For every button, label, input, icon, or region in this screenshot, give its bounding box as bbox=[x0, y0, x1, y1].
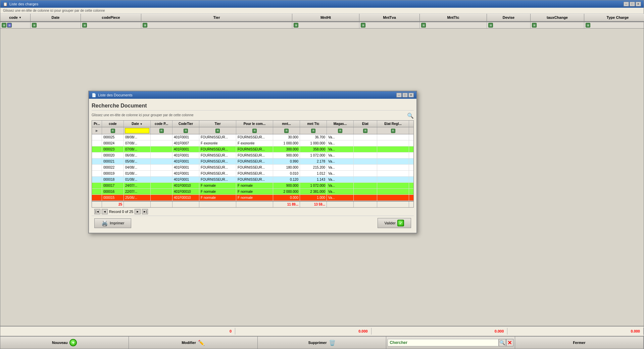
col-header-mntttc[interactable]: MntTtc bbox=[420, 14, 487, 21]
col-header-tauxchange[interactable]: tauxChange bbox=[531, 14, 584, 21]
col-tauxchange-label: tauxChange bbox=[547, 15, 568, 19]
dialog-col-magas[interactable]: Magas... bbox=[327, 121, 354, 127]
supprimer-button[interactable]: Supprimer 🗑️ bbox=[258, 337, 386, 349]
modifier-button[interactable]: Modifier ✏️ bbox=[129, 337, 257, 349]
dialog-table-row[interactable]: 00002407/08/...401F0007F exonoréeF exono… bbox=[92, 140, 413, 146]
dialog-table-row[interactable]: 00001622/07/...401F00010F normaleF norma… bbox=[92, 189, 413, 195]
fermer-button[interactable]: Fermer bbox=[515, 337, 644, 349]
total-mntttc: 13 59... bbox=[300, 202, 327, 207]
dialog-col-date[interactable]: Date ▼ bbox=[124, 121, 151, 127]
close-button[interactable]: ✕ bbox=[636, 2, 641, 6]
dialog-search-icon[interactable]: 🔍 bbox=[407, 113, 414, 119]
filter-icon-date[interactable]: ⊞ bbox=[32, 23, 37, 28]
status-value4: 0.000 bbox=[507, 328, 644, 335]
dialog-table-cell: FOURNISSEUR... bbox=[236, 171, 273, 176]
col-header-tier[interactable]: Tier bbox=[141, 14, 292, 21]
dialog-col-mnt[interactable]: mnt... bbox=[273, 121, 300, 127]
dialog-table-cell bbox=[354, 159, 377, 164]
filter-icon-devise[interactable]: ⊞ bbox=[488, 23, 493, 28]
filter-sm-etat[interactable]: ⊞ bbox=[363, 129, 367, 133]
maximize-button[interactable]: □ bbox=[630, 2, 635, 6]
filter-icon-mntttc[interactable]: ⊞ bbox=[421, 23, 426, 28]
nav-next-button[interactable]: ► bbox=[135, 209, 141, 214]
filter-sm-etatregl[interactable]: ⊞ bbox=[391, 129, 395, 133]
filter-expand-code[interactable]: ⊞ bbox=[7, 23, 12, 28]
dialog-table-cell bbox=[151, 195, 172, 201]
dialog-table-cell: FOURNISSEUR... bbox=[236, 177, 273, 182]
dialog-table-cell bbox=[409, 171, 413, 176]
nouveau-button[interactable]: Nouveau + bbox=[0, 337, 129, 349]
dialog-maximize-button[interactable]: □ bbox=[402, 93, 408, 97]
dialog-col-codetier[interactable]: CodeTier bbox=[172, 121, 199, 127]
filter-icon-tauxchange[interactable]: ⊞ bbox=[532, 23, 537, 28]
valider-button[interactable]: Valider ✓ bbox=[378, 218, 411, 228]
dialog-table-row[interactable]: 00002307/08/...401F0001FOURNISSEUR...FOU… bbox=[92, 146, 413, 152]
dialog-col-code[interactable]: code bbox=[102, 121, 124, 127]
filter-sm-pourlecom[interactable]: ⊞ bbox=[252, 129, 257, 133]
dialog-table-cell: 401F0007 bbox=[172, 140, 199, 146]
col-header-mnttva[interactable]: MntTva bbox=[359, 14, 420, 21]
filter-sm-mnt[interactable]: ⊞ bbox=[284, 129, 289, 133]
chercher-input[interactable] bbox=[388, 339, 498, 346]
chercher-search-button[interactable]: 🔍 bbox=[499, 339, 506, 346]
filter-yellow-date[interactable] bbox=[125, 128, 149, 133]
col-header-codepiece[interactable]: codePiece bbox=[81, 14, 141, 21]
col-header-typecharge[interactable]: Type Charge bbox=[584, 14, 644, 21]
dialog-table-cell: 0.990 bbox=[273, 159, 300, 164]
dialog-table-row[interactable]: 00001525/06/...401F00010F normaleF norma… bbox=[92, 195, 413, 201]
col-header-code[interactable]: code ▼ bbox=[0, 14, 31, 21]
filter-icon-mntht[interactable]: ⊞ bbox=[294, 23, 298, 28]
nav-prev-button[interactable]: ◄ bbox=[102, 209, 108, 214]
chercher-section: 🔍 ✕ bbox=[386, 337, 515, 349]
col-header-devise[interactable]: Devise bbox=[487, 14, 531, 21]
dialog-close-button[interactable]: ✕ bbox=[408, 93, 414, 97]
dialog-col-etatregl[interactable]: Etat Regl... bbox=[377, 121, 409, 127]
filter-sm-code[interactable]: ⊞ bbox=[111, 129, 115, 133]
dialog-col-mntttc[interactable]: mnt Ttc bbox=[300, 121, 327, 127]
minimize-button[interactable]: ─ bbox=[624, 2, 629, 6]
filter-sm-magas[interactable]: ⊞ bbox=[338, 129, 342, 133]
dialog-table-row[interactable]: 00001901/08/...401F0001FOURNISSEUR...FOU… bbox=[92, 171, 413, 177]
dialog-table-cell bbox=[354, 171, 377, 176]
dialog-col-pr[interactable]: Pr... bbox=[92, 121, 102, 127]
dialog-table-cell bbox=[92, 183, 102, 188]
dialog-table-cell: 401F0001 bbox=[172, 152, 199, 158]
col-header-mntht[interactable]: MntHt bbox=[292, 14, 359, 21]
filter-icon-code[interactable]: ⊞ bbox=[2, 23, 6, 28]
status-value3: 0.000 bbox=[371, 328, 508, 335]
filter-icon-mnttva[interactable]: ⊞ bbox=[361, 23, 365, 28]
dialog-col-livrea[interactable]: livré à bbox=[409, 121, 414, 127]
dialog-table-cell: 000024 bbox=[102, 140, 124, 146]
dialog-col-codep[interactable]: code P... bbox=[151, 121, 172, 127]
chercher-clear-button[interactable]: ✕ bbox=[506, 339, 513, 346]
filter-sm-tier[interactable]: ⊞ bbox=[215, 129, 220, 133]
dialog-table-row[interactable]: 00002508/08/...401F0001FOURNISSEUR...FOU… bbox=[92, 134, 413, 140]
dialog-table-row[interactable]: 00002105/08/...401F0001FOURNISSEUR...FOU… bbox=[92, 159, 413, 165]
dialog-minimize-button[interactable]: ─ bbox=[396, 93, 402, 97]
dialog-table-row[interactable]: 00001801/08/...401F0001FOURNISSEUR...FOU… bbox=[92, 177, 413, 183]
col-header-date[interactable]: Date bbox=[31, 14, 81, 21]
dialog-table-cell: F normale bbox=[236, 195, 273, 201]
dialog-filter-tier: ⊞ bbox=[199, 127, 236, 134]
filter-sm-mntttc[interactable]: ⊞ bbox=[311, 129, 315, 133]
filter-sm-codetier[interactable]: ⊞ bbox=[184, 129, 188, 133]
dialog-table-cell: Va... bbox=[327, 159, 354, 164]
filter-icon-codepiece[interactable]: ⊞ bbox=[82, 23, 87, 28]
nav-last-button[interactable]: ►| bbox=[142, 209, 148, 214]
col-codepiece-label: codePiece bbox=[102, 15, 120, 19]
dialog-table-row[interactable]: 00002006/08/...401F0001FOURNISSEUR...FOU… bbox=[92, 152, 413, 159]
filter-icon-tier[interactable]: ⊞ bbox=[143, 23, 147, 28]
dialog-table-row[interactable]: 00001724/07/...401F00010F normaleF norma… bbox=[92, 183, 413, 189]
dialog-col-pourlecom[interactable]: Pour le com... bbox=[236, 121, 273, 127]
filter-icon-typecharge[interactable]: ⊞ bbox=[586, 23, 590, 28]
total-livrea bbox=[409, 202, 414, 207]
filter-cell-tauxchange: ⊞ bbox=[531, 22, 584, 28]
main-table-header: code ▼ Date codePiece Tier MntHt MntTva … bbox=[0, 14, 644, 22]
filter-sm-codep[interactable]: ⊞ bbox=[159, 129, 164, 133]
dialog-col-etat[interactable]: Etat bbox=[354, 121, 377, 127]
dialog-col-tier[interactable]: Tier bbox=[199, 121, 236, 127]
col-mntht-label: MntHt bbox=[320, 15, 331, 19]
nav-first-button[interactable]: |◄ bbox=[94, 209, 100, 214]
print-button[interactable]: 🖨️ Imprimer bbox=[94, 218, 131, 228]
dialog-table-row[interactable]: 00002204/08/...401F0001FOURNISSEUR...FOU… bbox=[92, 165, 413, 171]
